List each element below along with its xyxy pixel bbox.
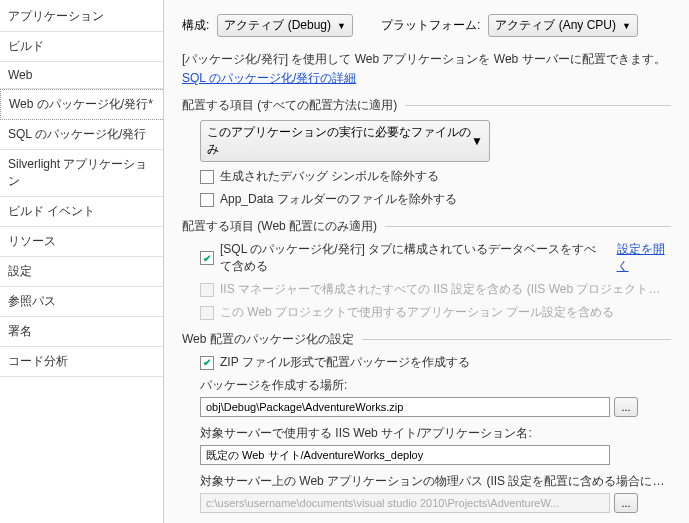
section2-title: 配置する項目 (Web 配置にのみ適用) [182, 218, 671, 235]
deploy-files-value: このアプリケーションの実行に必要なファイルのみ [207, 124, 471, 158]
platform-dropdown[interactable]: アクティブ (Any CPU) ▼ [488, 14, 638, 37]
sidebar-item-application[interactable]: アプリケーション [0, 2, 163, 32]
chevron-down-icon: ▼ [471, 134, 483, 148]
sidebar-item-build[interactable]: ビルド [0, 32, 163, 62]
iis-site-input[interactable] [200, 445, 610, 465]
intro-text: [パッケージ化/発行] を使用して Web アプリケーションを Web サーバー… [182, 51, 671, 68]
open-settings-link[interactable]: 設定を開く [617, 241, 671, 275]
exclude-debug-checkbox[interactable] [200, 170, 214, 184]
zip-package-checkbox[interactable] [200, 356, 214, 370]
include-iis-checkbox [200, 283, 214, 297]
exclude-debug-label: 生成されたデバッグ シンボルを除外する [220, 168, 439, 185]
sql-details-link[interactable]: SQL のパッケージ化/発行の詳細 [182, 71, 356, 85]
iis-site-label: 対象サーバーで使用する IIS Web サイト/アプリケーション名: [200, 425, 671, 442]
chevron-down-icon: ▼ [622, 21, 631, 31]
physical-path-input [200, 493, 610, 513]
browse-location-button[interactable]: ... [614, 397, 638, 417]
platform-label: プラットフォーム: [381, 17, 480, 34]
exclude-appdata-checkbox[interactable] [200, 193, 214, 207]
sidebar-item-reference-paths[interactable]: 参照パス [0, 287, 163, 317]
sidebar-item-package-web[interactable]: Web のパッケージ化/発行* [0, 89, 163, 120]
include-db-checkbox[interactable] [200, 251, 214, 265]
section1-title: 配置する項目 (すべての配置方法に適用) [182, 97, 671, 114]
config-dropdown[interactable]: アクティブ (Debug) ▼ [217, 14, 353, 37]
sidebar-item-signing[interactable]: 署名 [0, 317, 163, 347]
sidebar-item-build-events[interactable]: ビルド イベント [0, 197, 163, 227]
sidebar-item-code-analysis[interactable]: コード分析 [0, 347, 163, 377]
sidebar-item-package-sql[interactable]: SQL のパッケージ化/発行 [0, 120, 163, 150]
config-value: アクティブ (Debug) [224, 17, 331, 34]
platform-value: アクティブ (Any CPU) [495, 17, 616, 34]
sidebar-item-web[interactable]: Web [0, 62, 163, 89]
sidebar-item-resources[interactable]: リソース [0, 227, 163, 257]
exclude-appdata-label: App_Data フォルダーのファイルを除外する [220, 191, 457, 208]
sidebar-item-settings[interactable]: 設定 [0, 257, 163, 287]
section3-title: Web 配置のパッケージ化の設定 [182, 331, 671, 348]
config-row: 構成: アクティブ (Debug) ▼ プラットフォーム: アクティブ (Any… [182, 14, 671, 37]
sidebar: アプリケーション ビルド Web Web のパッケージ化/発行* SQL のパッ… [0, 0, 164, 523]
browse-physpath-button[interactable]: ... [614, 493, 638, 513]
include-iis-label: IIS マネージャーで構成されたすべての IIS 設定を含める (IIS Web… [220, 281, 671, 298]
chevron-down-icon: ▼ [337, 21, 346, 31]
main-panel: 構成: アクティブ (Debug) ▼ プラットフォーム: アクティブ (Any… [164, 0, 689, 523]
sidebar-item-silverlight[interactable]: Silverlight アプリケーション [0, 150, 163, 197]
zip-package-label: ZIP ファイル形式で配置パッケージを作成する [220, 354, 470, 371]
package-location-label: パッケージを作成する場所: [200, 377, 671, 394]
include-apppool-checkbox [200, 306, 214, 320]
config-label: 構成: [182, 17, 209, 34]
package-location-input[interactable] [200, 397, 610, 417]
include-db-label: [SQL のパッケージ化/発行] タブに構成されているデータベースをすべて含める [220, 241, 605, 275]
physical-path-label: 対象サーバー上の Web アプリケーションの物理パス (IIS 設定を配置に含め… [200, 473, 671, 490]
deploy-files-dropdown[interactable]: このアプリケーションの実行に必要なファイルのみ ▼ [200, 120, 490, 162]
include-apppool-label: この Web プロジェクトで使用するアプリケーション プール設定を含める [220, 304, 614, 321]
